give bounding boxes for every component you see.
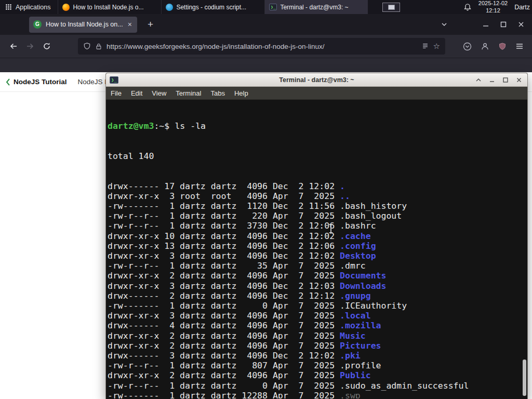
terminal-listing: drwx------ 17 dartz dartz 4096 Dec 2 12:… [108,181,527,398]
address-bar[interactable]: https://www.geeksforgeeks.org/node-js/in… [78,38,445,55]
ls-meta: drwx------ 4 dartz dartz 4096 Apr 7 2025 [108,321,340,330]
menu-help[interactable]: Help [230,89,253,97]
terminal-titlebar[interactable]: ❯_ Terminal - dartz@vm3: ~ [106,73,527,87]
prompt-suffix: :~$ [154,121,169,131]
terminal-output[interactable]: dartz@vm3:~$ls -la total 140 drwx------ … [106,100,527,398]
ls-dir-name: Music [340,331,366,341]
workspace-cell[interactable] [382,3,400,12]
ls-row: -rw-r--r-- 1 dartz dartz 35 Apr 7 2025 .… [108,261,527,271]
browser-toolbar: https://www.geeksforgeeks.org/node-js/in… [0,35,532,58]
clock-date: 2025-12-02 [478,0,508,7]
ls-meta: drwxr-xr-x 2 dartz dartz 4096 Apr 7 2025 [108,341,340,351]
ls-row: -rw-r--r-- 1 dartz dartz 807 Apr 7 2025 … [108,361,527,370]
reader-mode-icon[interactable] [421,43,429,50]
menu-file[interactable]: File [106,89,126,97]
ls-meta: -rw-r--r-- 1 dartz dartz 3730 Dec 2 12:0… [108,221,340,231]
ls-file-name: .ICEauthority [340,301,407,311]
ls-dir-name: .mozilla [340,321,381,330]
ls-row: -rw------- 1 dartz dartz 1120 Dec 2 11:5… [108,201,527,211]
ls-dir-name: . [340,181,345,191]
window-close-button[interactable] [516,20,526,29]
tracking-protection-shield-icon[interactable] [83,42,91,50]
back-button[interactable] [5,38,22,54]
maximize-button[interactable] [501,75,510,85]
panel-status-area: 2025-12-02 12:12 Dartz [463,0,532,14]
url-text[interactable]: https://www.geeksforgeeks.org/node-js/in… [107,43,417,50]
menu-edit[interactable]: Edit [126,89,147,97]
reload-button[interactable] [38,38,55,54]
ls-meta: -rw------- 1 dartz dartz 12288 Apr 7 202… [108,391,340,398]
ls-dir-name: .cache [340,231,371,241]
ls-meta: drwx------ 3 dartz dartz 4096 Dec 2 12:0… [108,351,340,361]
ls-file-name: .dmrc [340,261,366,271]
menu-tabs[interactable]: Tabs [206,89,229,97]
ls-meta: drwxr-xr-x 2 dartz dartz 4096 Apr 7 2025 [108,370,340,380]
taskbar-item-browser[interactable]: How to Install Node.js o... [58,0,161,14]
ls-dir-name: Pictures [340,341,381,351]
ls-meta: drwxr-xr-x 3 dartz dartz 4096 Dec 2 12:0… [108,281,340,291]
menu-view[interactable]: View [147,89,171,97]
bookmark-star-icon[interactable]: ☆ [433,42,440,51]
ls-row: drwxr-xr-x 3 dartz dartz 4096 Apr 7 2025… [108,311,527,321]
forward-button[interactable] [22,38,38,54]
ls-dir-name: .gnupg [340,291,371,301]
ls-file-name: .sudo_as_admin_successful [340,381,469,391]
subnav-prev-chevron-icon[interactable] [5,78,10,86]
menu-hamburger-icon[interactable] [515,43,524,50]
ls-file-name: .bashrc [340,221,376,231]
tab-close-icon[interactable]: × [127,20,133,29]
padlock-icon[interactable] [95,43,102,50]
account-icon[interactable] [481,42,489,51]
taskbar-label: How to Install Node.js o... [73,4,143,11]
user-label[interactable]: Dartz [514,4,530,11]
ls-meta: drwxr-xr-x 13 dartz dartz 4096 Dec 2 12:… [108,241,340,251]
subnav-link-tutorial[interactable]: NodeJS Tutorial [14,78,67,86]
ls-meta: drwxr-xr-x 2 dartz dartz 4096 Apr 7 2025 [108,271,340,281]
tab-bar: G How to Install Node.js on... × + [0,14,532,35]
minimize-button[interactable] [487,75,497,85]
ls-meta: drwxr-xr-x 2 dartz dartz 4096 Apr 7 2025 [108,331,340,341]
new-tab-button[interactable]: + [144,19,156,30]
notifications-bell-icon[interactable] [463,3,472,11]
shade-button[interactable] [474,75,483,85]
pocket-icon[interactable] [463,42,472,51]
menu-terminal[interactable]: Terminal [171,89,206,97]
terminal-window-buttons [474,75,524,85]
ls-file-name: .swp [340,391,361,398]
ls-row: drwx------ 4 dartz dartz 4096 Apr 7 2025… [108,321,527,330]
extension-shield-icon[interactable] [498,42,507,51]
tab-title: How to Install Node.js on... [46,21,123,28]
ls-row: drwxr-xr-x 3 dartz dartz 4096 Dec 2 12:0… [108,281,527,291]
ls-row: -rw-r--r-- 1 dartz dartz 220 Apr 7 2025 … [108,211,527,221]
ls-dir-name: .pki [340,351,361,361]
window-minimize-button[interactable] [481,20,490,29]
ls-row: drwx------ 17 dartz dartz 4096 Dec 2 12:… [108,181,527,191]
list-tabs-chevron-icon[interactable] [441,21,448,28]
clock[interactable]: 2025-12-02 12:12 [478,0,508,14]
taskbar-item-codium[interactable]: Settings - codium script... [161,0,264,14]
ls-dir-name: Documents [340,271,386,281]
ls-meta: drwxr-xr-x 3 dartz dartz 4096 Apr 7 2025 [108,311,340,321]
workspace-switcher[interactable] [382,0,400,14]
ls-row: -rw-r--r-- 1 dartz dartz 3730 Dec 2 12:0… [108,221,527,231]
prompt-line: dartz@vm3:~$ls -la [108,121,527,131]
ls-row: -rw-r--r-- 1 dartz dartz 0 Apr 7 2025 .s… [108,381,527,391]
applications-menu[interactable]: Applications [0,0,58,14]
ls-meta: drwxr-xr-x 10 dartz dartz 4096 Dec 2 12:… [108,231,340,241]
terminal-scrollbar-thumb[interactable] [523,360,526,396]
ls-row: drwxr-xr-x 2 dartz dartz 4096 Apr 7 2025… [108,370,527,380]
browser-tab[interactable]: G How to Install Node.js on... × [29,17,137,33]
terminal-window: ❯_ Terminal - dartz@vm3: ~ File Edit [105,73,528,399]
clock-time: 12:12 [478,7,508,14]
taskbar-item-terminal[interactable]: ❯_ Terminal - dartz@vm3: ~ [264,0,368,14]
ls-dir-name: Public [340,370,371,380]
ls-meta: -rw-r--r-- 1 dartz dartz 807 Apr 7 2025 [108,361,340,370]
close-button[interactable] [514,75,524,85]
ls-meta: -rw------- 1 dartz dartz 0 Apr 7 2025 [108,301,340,311]
ls-row: drwxr-xr-x 13 dartz dartz 4096 Dec 2 12:… [108,241,527,251]
taskbar-label: Settings - codium script... [176,4,246,11]
window-maximize-button[interactable] [499,20,508,29]
ls-meta: -rw-r--r-- 1 dartz dartz 0 Apr 7 2025 [108,381,340,391]
ls-file-name: .profile [340,361,381,370]
ls-row: drwxr-xr-x 3 root root 4096 Apr 7 2025 .… [108,191,527,201]
